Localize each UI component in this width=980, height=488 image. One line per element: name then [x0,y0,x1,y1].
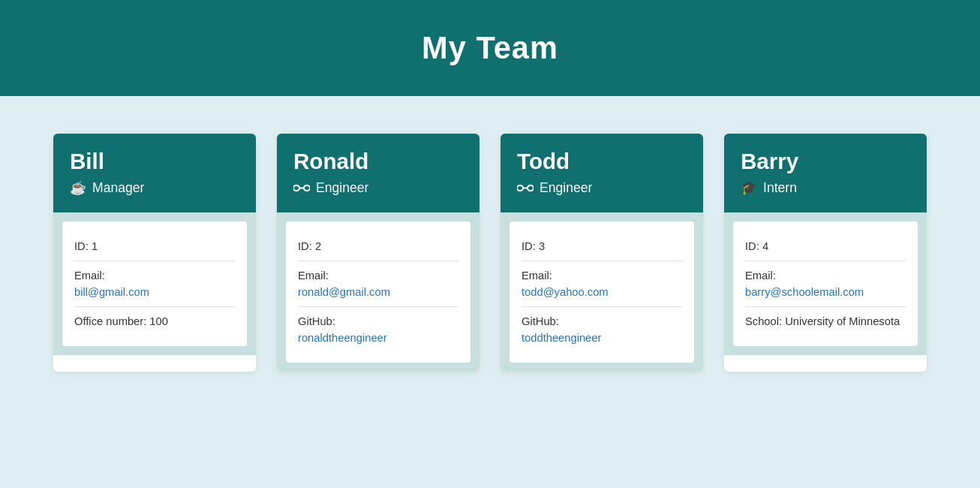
card-header-todd: ToddEngineer [501,134,703,212]
info-label: GitHub: [298,315,335,327]
info-label: Email: [298,270,329,282]
info-row[interactable]: Email:ronald@gmail.com [298,261,458,307]
info-row[interactable]: Email:todd@yahoo.com [522,261,682,307]
card-header-barry: Barry🎓Intern [724,134,927,212]
svg-rect-5 [528,185,534,191]
info-box-bill: ID: 1Email:bill@gmail.comOffice number: … [62,221,247,346]
info-label: GitHub: [522,315,559,327]
info-row: ID: 1 [74,232,235,261]
card-body-bill: ID: 1Email:bill@gmail.comOffice number: … [53,212,256,355]
info-row[interactable]: Email:barry@schoolemail.com [745,261,906,307]
info-label: ID: 1 [74,240,98,252]
info-row: ID: 2 [298,232,458,261]
github-link[interactable]: ronaldtheengineer [298,332,387,344]
card-name-bill: Bill [70,149,239,174]
card-name-ronald: Ronald [293,149,463,174]
email-link[interactable]: barry@schoolemail.com [745,286,864,298]
info-label: Email: [74,270,105,282]
role-text-todd: Engineer [540,180,592,196]
info-box-todd: ID: 3Email:todd@yahoo.comGitHub:toddthee… [510,221,694,363]
team-grid: Bill☕ManagerID: 1Email:bill@gmail.comOff… [0,96,980,409]
role-text-bill: Manager [92,180,144,196]
email-link[interactable]: ronald@gmail.com [298,286,390,298]
card-role-barry: 🎓Intern [741,180,910,196]
card-role-bill: ☕Manager [70,180,239,196]
card-name-todd: Todd [517,149,687,174]
svg-rect-1 [304,185,310,191]
team-card-ronald: RonaldEngineerID: 2Email:ronald@gmail.co… [277,134,479,372]
info-label: ID: 4 [745,240,768,252]
card-role-ronald: Engineer [293,180,463,196]
team-card-todd: ToddEngineerID: 3Email:todd@yahoo.comGit… [501,134,703,372]
info-box-barry: ID: 4Email:barry@schoolemail.comSchool: … [733,221,918,346]
card-name-barry: Barry [741,149,910,174]
team-card-barry: Barry🎓InternID: 4Email:barry@schoolemail… [724,134,927,372]
svg-rect-0 [293,185,299,191]
team-card-bill: Bill☕ManagerID: 1Email:bill@gmail.comOff… [53,134,256,372]
card-role-todd: Engineer [517,180,687,196]
role-icon-ronald [293,180,310,196]
info-label: ID: 3 [522,240,545,252]
info-row: Office number: 100 [74,307,235,336]
email-link[interactable]: todd@yahoo.com [522,286,609,298]
role-text-ronald: Engineer [316,180,368,196]
github-link[interactable]: toddtheengineer [522,332,601,344]
info-row[interactable]: GitHub:toddtheengineer [522,307,682,352]
info-row: School: University of Minnesota [745,307,906,336]
info-row: ID: 4 [745,232,906,261]
info-label: Email: [522,270,552,282]
email-link[interactable]: bill@gmail.com [74,286,149,298]
info-row: ID: 3 [522,232,682,261]
role-icon-bill: ☕ [70,180,86,196]
info-label: Email: [745,270,776,282]
card-header-bill: Bill☕Manager [53,134,256,212]
card-header-ronald: RonaldEngineer [277,134,479,212]
role-icon-barry: 🎓 [741,180,757,196]
card-body-barry: ID: 4Email:barry@schoolemail.comSchool: … [724,212,927,355]
info-label: School: University of Minnesota [745,315,900,327]
info-row[interactable]: GitHub:ronaldtheengineer [298,307,458,352]
page-header: My Team [0,0,980,96]
card-body-todd: ID: 3Email:todd@yahoo.comGitHub:toddthee… [501,212,703,372]
info-label: Office number: 100 [74,315,168,327]
info-label: ID: 2 [298,240,321,252]
role-text-barry: Intern [763,180,797,196]
info-row[interactable]: Email:bill@gmail.com [74,261,235,307]
role-icon-todd [517,180,534,196]
info-box-ronald: ID: 2Email:ronald@gmail.comGitHub:ronald… [286,221,470,363]
page-title: My Team [0,30,980,66]
svg-rect-4 [517,185,523,191]
card-body-ronald: ID: 2Email:ronald@gmail.comGitHub:ronald… [277,212,479,372]
